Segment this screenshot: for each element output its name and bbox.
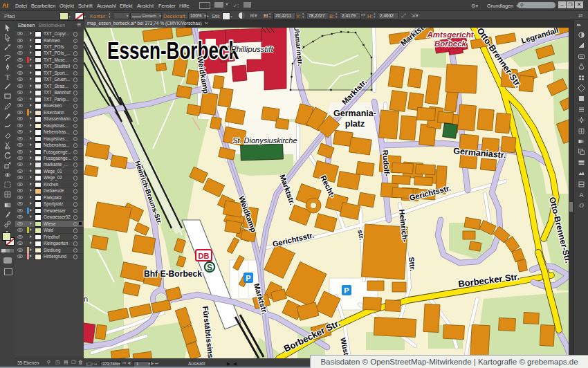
svg-text:A: A bbox=[579, 192, 583, 199]
svg-text:DB: DB bbox=[199, 252, 210, 260]
svg-text:Germania-: Germania- bbox=[333, 109, 376, 118]
svg-text:Amtsgericht: Amtsgericht bbox=[426, 30, 474, 39]
svg-text:Sttr.: Sttr. bbox=[407, 257, 417, 272]
svg-text:Bhf E-Borbeck: Bhf E-Borbeck bbox=[144, 268, 203, 279]
svg-text:Borbeck: Borbeck bbox=[434, 39, 467, 48]
svg-text:P: P bbox=[344, 286, 349, 295]
svg-text:St. Dionysiuskirche: St. Dionysiuskirche bbox=[232, 136, 297, 145]
svg-text:T: T bbox=[6, 73, 10, 81]
svg-text:P: P bbox=[246, 274, 250, 282]
svg-text:n: n bbox=[84, 295, 88, 303]
svg-text:O: O bbox=[579, 202, 584, 209]
svg-text:S: S bbox=[207, 263, 212, 273]
svg-text:Essen-Borbeck: Essen-Borbeck bbox=[107, 37, 239, 64]
svg-text:Phillipusstift: Phillipusstift bbox=[231, 45, 274, 53]
svg-text:platz: platz bbox=[345, 119, 365, 129]
